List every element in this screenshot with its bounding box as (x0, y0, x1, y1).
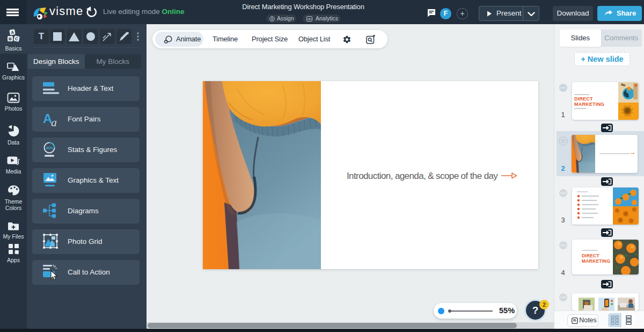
svg-text:40%: 40% (46, 146, 53, 150)
svg-text:a: a (51, 116, 57, 127)
svg-text:B: B (9, 37, 12, 41)
